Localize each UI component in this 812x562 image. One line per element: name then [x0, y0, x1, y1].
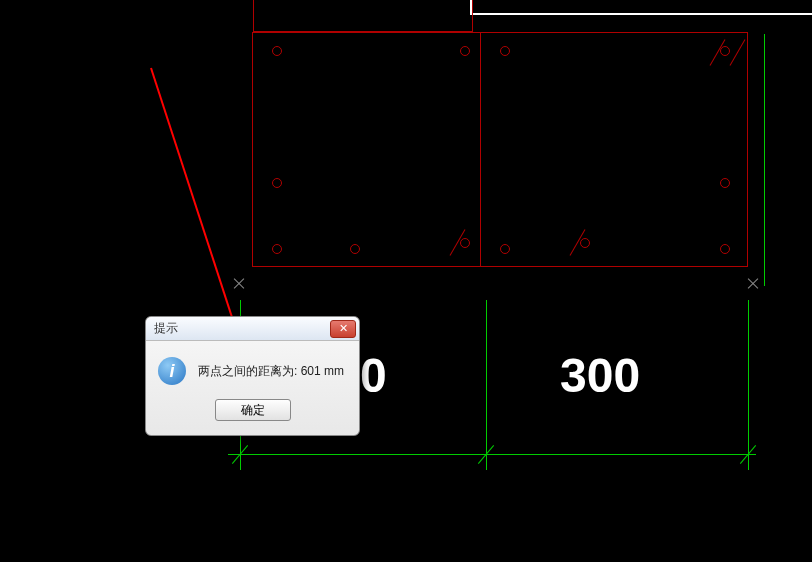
white-rect — [470, 0, 812, 15]
message-dialog: 提示 ✕ i 两点之间的距离为: 601 mm 确定 — [145, 316, 360, 436]
close-button[interactable]: ✕ — [330, 320, 356, 338]
red-divider — [480, 32, 481, 267]
rebar-dot — [720, 178, 730, 188]
ok-button-label: 确定 — [241, 402, 265, 419]
rebar-dot — [460, 46, 470, 56]
rebar-dot — [272, 46, 282, 56]
dim-baseline — [228, 454, 756, 455]
snap-marker — [746, 276, 760, 290]
rebar-dot — [500, 244, 510, 254]
rebar-dot — [272, 244, 282, 254]
rebar-dot — [720, 244, 730, 254]
ok-button[interactable]: 确定 — [215, 399, 291, 421]
rebar-dot — [460, 238, 470, 248]
ext-line — [486, 300, 487, 470]
dialog-title-text: 提示 — [154, 320, 178, 337]
info-icon: i — [158, 357, 186, 385]
rebar-dot — [720, 46, 730, 56]
cad-canvas[interactable]: 0 300 提示 ✕ i 两点之间的距离为: 601 mm 确定 — [0, 0, 812, 562]
ext-line — [764, 34, 765, 286]
dialog-message: 两点之间的距离为: 601 mm — [198, 363, 344, 380]
dimension-value-right: 300 — [560, 348, 640, 403]
ext-line — [748, 300, 749, 470]
rebar-dot — [272, 178, 282, 188]
snap-marker — [232, 276, 246, 290]
dialog-titlebar[interactable]: 提示 ✕ — [146, 317, 359, 341]
dimension-value-left: 0 — [360, 348, 387, 403]
rebar-dot — [350, 244, 360, 254]
rebar-dot — [580, 238, 590, 248]
red-rect-top — [253, 0, 473, 32]
red-rect-outer — [252, 32, 748, 267]
close-icon: ✕ — [339, 322, 348, 335]
rebar-dot — [500, 46, 510, 56]
